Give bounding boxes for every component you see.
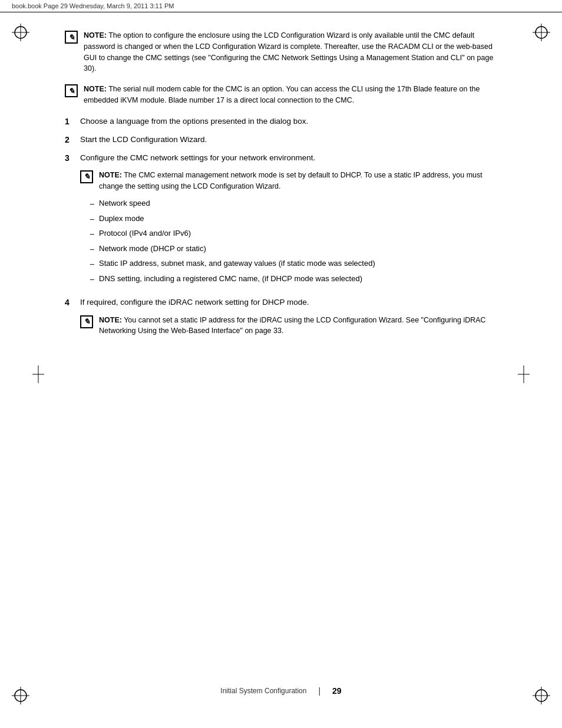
bullet-4-text: Network mode (DHCP or static) xyxy=(99,243,206,255)
step-2: 2 Start the LCD Configuration Wizard. xyxy=(65,134,497,146)
step-3-text: Configure the CMC network settings for y… xyxy=(80,153,315,162)
page-container: book.book Page 29 Wednesday, March 9, 20… xyxy=(0,0,562,728)
step-1-num: 1 xyxy=(65,116,75,128)
step-3-note-text: NOTE: The CMC external management networ… xyxy=(99,170,497,192)
note-box-2: ✎ NOTE: The serial null modem cable for … xyxy=(65,84,497,106)
step-1: 1 Choose a language from the options pre… xyxy=(65,116,497,128)
dash-6: – xyxy=(86,274,94,285)
footer-section: Initial System Configuration xyxy=(220,687,306,695)
step-4-note-text: NOTE: You cannot set a static IP address… xyxy=(99,315,497,337)
corner-mark-top-right xyxy=(533,24,550,41)
step-4-note-bold: NOTE: xyxy=(99,316,122,324)
note-box-1: ✎ NOTE: The option to configure the encl… xyxy=(65,30,497,74)
mid-left-mark xyxy=(32,365,44,385)
note2-body: The serial null modem cable for the CMC … xyxy=(84,85,480,104)
dash-2: – xyxy=(86,213,94,225)
step-2-content: Start the LCD Configuration Wizard. xyxy=(80,134,497,146)
bullet-1: – Network speed xyxy=(86,197,497,210)
dash-5: – xyxy=(86,258,94,270)
bullet-5-text: Static IP address, subnet mask, and gate… xyxy=(99,258,375,269)
mid-right-mark xyxy=(518,365,530,385)
step-3-bullet-list: – Network speed – Duplex mode – Protocol… xyxy=(86,197,497,285)
step-3-content: Configure the CMC network settings for y… xyxy=(80,152,497,291)
step-3-note-bold: NOTE: xyxy=(99,171,122,179)
bullet-1-text: Network speed xyxy=(99,197,150,209)
dash-4: – xyxy=(86,243,94,255)
header-bar: book.book Page 29 Wednesday, March 9, 20… xyxy=(0,0,562,12)
dash-3: – xyxy=(86,228,94,240)
numbered-list: 1 Choose a language from the options pre… xyxy=(65,116,497,347)
step-4-content: If required, configure the iDRAC network… xyxy=(80,297,497,346)
header-text: book.book Page 29 Wednesday, March 9, 20… xyxy=(12,2,174,9)
content-area: ✎ NOTE: The option to configure the encl… xyxy=(65,24,497,346)
note1-bold: NOTE: xyxy=(84,31,107,39)
step-4-note-box: ✎ NOTE: You cannot set a static IP addre… xyxy=(80,315,497,337)
step-3-num: 3 xyxy=(65,152,75,164)
note2-bold: NOTE: xyxy=(84,85,107,93)
bullet-2-text: Duplex mode xyxy=(99,213,144,225)
bullet-3: – Protocol (IPv4 and/or IPv6) xyxy=(86,228,497,240)
step-3: 3 Configure the CMC network settings for… xyxy=(65,152,497,291)
step-4-note-icon: ✎ xyxy=(80,315,93,328)
step-2-num: 2 xyxy=(65,134,75,146)
step-4-text: If required, configure the iDRAC network… xyxy=(80,298,309,307)
footer-separator: | xyxy=(318,686,320,696)
step-1-text: Choose a language from the options prese… xyxy=(80,117,308,126)
bullet-3-text: Protocol (IPv4 and/or IPv6) xyxy=(99,228,191,239)
bullet-6-text: DNS setting, including a registered CMC … xyxy=(99,273,362,285)
step-3-note-box: ✎ NOTE: The CMC external management netw… xyxy=(80,170,497,192)
note-text-1: NOTE: The option to configure the enclos… xyxy=(84,30,497,74)
note-icon-2: ✎ xyxy=(65,84,78,97)
step-4-num: 4 xyxy=(65,297,75,309)
step-2-text: Start the LCD Configuration Wizard. xyxy=(80,135,207,144)
note-text-2: NOTE: The serial null modem cable for th… xyxy=(84,84,497,106)
note1-body: The option to configure the enclosure us… xyxy=(84,31,493,73)
step-3-note-icon: ✎ xyxy=(80,170,93,183)
footer: Initial System Configuration | 29 xyxy=(0,686,562,696)
step-3-note-body: The CMC external management network mode… xyxy=(99,171,482,190)
corner-mark-top-left xyxy=(12,24,29,41)
bullet-6: – DNS setting, including a registered CM… xyxy=(86,273,497,285)
step-4: 4 If required, configure the iDRAC netwo… xyxy=(65,297,497,346)
step-4-note-body: You cannot set a static IP address for t… xyxy=(99,316,486,335)
dash-1: – xyxy=(86,198,94,210)
bullet-2: – Duplex mode xyxy=(86,213,497,225)
bullet-4: – Network mode (DHCP or static) xyxy=(86,243,497,255)
note-icon-1: ✎ xyxy=(65,31,78,44)
bullet-5: – Static IP address, subnet mask, and ga… xyxy=(86,258,497,270)
footer-page: 29 xyxy=(332,686,342,696)
step-1-content: Choose a language from the options prese… xyxy=(80,116,497,127)
